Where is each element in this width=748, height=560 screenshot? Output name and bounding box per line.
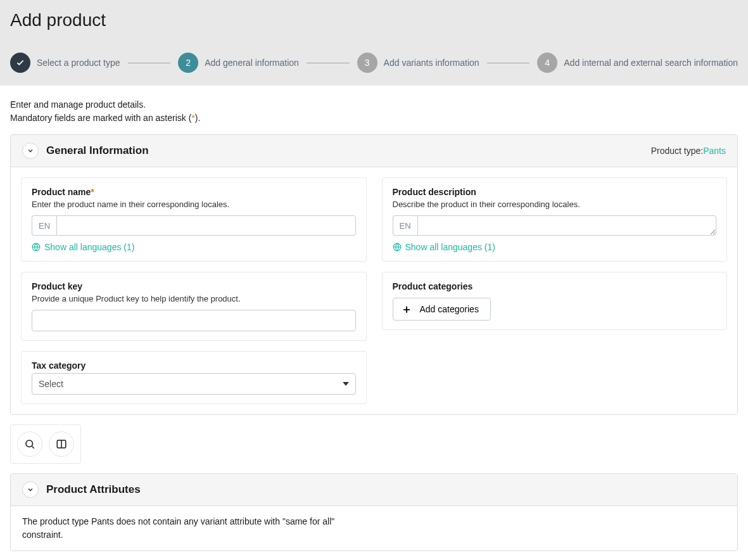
product-type-link[interactable]: Pants bbox=[703, 146, 726, 156]
product-key-card: Product key Provide a unique Product key… bbox=[21, 272, 367, 341]
product-key-label: Product key bbox=[32, 281, 356, 291]
product-description-locale: EN bbox=[393, 215, 417, 236]
step-3-label: Add variants information bbox=[384, 58, 479, 68]
step-1-label: Select a product type bbox=[37, 58, 120, 68]
chevron-down-icon bbox=[27, 147, 34, 155]
caret-down-icon bbox=[343, 382, 349, 386]
step-4[interactable]: 4 Add internal and external search infor… bbox=[537, 53, 738, 73]
product-name-hint: Enter the product name in their correspo… bbox=[32, 200, 356, 209]
plus-icon: ＋ bbox=[401, 303, 412, 315]
product-name-show-languages[interactable]: Show all languages (1) bbox=[32, 242, 356, 252]
product-name-input[interactable] bbox=[56, 215, 355, 236]
columns-icon bbox=[56, 438, 67, 450]
product-categories-card: Product categories ＋ Add categories bbox=[382, 272, 728, 330]
product-attributes-panel: Product Attributes The product type Pant… bbox=[10, 473, 738, 551]
step-1[interactable]: Select a product type bbox=[10, 53, 120, 73]
check-icon bbox=[16, 58, 25, 67]
product-description-show-languages[interactable]: Show all languages (1) bbox=[393, 242, 717, 252]
columns-button[interactable] bbox=[49, 431, 74, 457]
step-2[interactable]: 2 Add general information bbox=[178, 53, 299, 73]
tax-category-select[interactable]: Select bbox=[32, 373, 356, 395]
product-description-input[interactable] bbox=[417, 215, 716, 236]
search-icon bbox=[24, 438, 35, 450]
product-categories-label: Product categories bbox=[393, 281, 717, 291]
step-2-label: Add general information bbox=[205, 58, 299, 68]
globe-icon bbox=[393, 243, 402, 251]
attributes-panel-header: Product Attributes bbox=[11, 474, 737, 506]
step-connector bbox=[307, 63, 350, 63]
attributes-panel-title: Product Attributes bbox=[46, 483, 141, 496]
step-1-circle bbox=[10, 53, 30, 73]
svg-point-4 bbox=[26, 440, 33, 447]
general-panel-title: General Information bbox=[46, 144, 149, 157]
view-toolbar bbox=[10, 424, 81, 464]
product-description-hint: Describe the product in their correspond… bbox=[393, 200, 717, 209]
product-name-card: Product name* Enter the product name in … bbox=[21, 177, 367, 262]
general-information-panel: General Information Product type:Pants P… bbox=[10, 134, 738, 415]
attributes-message: The product type Pants does not contain … bbox=[11, 506, 365, 550]
page-title: Add product bbox=[10, 10, 738, 30]
search-button[interactable] bbox=[17, 431, 42, 457]
product-key-input[interactable] bbox=[32, 310, 356, 331]
globe-icon bbox=[32, 243, 41, 251]
step-connector bbox=[128, 63, 171, 63]
chevron-down-icon bbox=[27, 486, 34, 493]
intro-line1: Enter and manage product details. bbox=[10, 98, 738, 111]
svg-line-5 bbox=[32, 446, 34, 448]
tax-category-label: Tax category bbox=[32, 360, 356, 371]
step-2-circle: 2 bbox=[178, 53, 198, 73]
step-4-label: Add internal and external search informa… bbox=[564, 58, 738, 68]
product-key-hint: Provide a unique Product key to help ide… bbox=[32, 294, 356, 303]
product-name-locale: EN bbox=[32, 215, 56, 236]
product-type-label: Product type: bbox=[651, 146, 704, 156]
collapse-attributes-button[interactable] bbox=[22, 481, 39, 498]
step-connector bbox=[487, 63, 530, 63]
intro-line2: Mandatory fields are marked with an aste… bbox=[10, 111, 738, 125]
general-panel-header: General Information Product type:Pants bbox=[11, 135, 737, 167]
collapse-general-button[interactable] bbox=[22, 143, 39, 159]
required-asterisk-icon: * bbox=[91, 187, 94, 197]
tax-category-card: Tax category Select bbox=[21, 351, 367, 404]
add-categories-button[interactable]: ＋ Add categories bbox=[393, 298, 491, 321]
stepper: Select a product type 2 Add general info… bbox=[10, 53, 738, 73]
step-4-circle: 4 bbox=[537, 53, 557, 73]
step-3-circle: 3 bbox=[357, 53, 377, 73]
product-description-label: Product description bbox=[393, 187, 717, 197]
product-description-card: Product description Describe the product… bbox=[382, 177, 728, 262]
step-3[interactable]: 3 Add variants information bbox=[357, 53, 479, 73]
product-name-label: Product name* bbox=[32, 187, 356, 197]
intro-text: Enter and manage product details. Mandat… bbox=[0, 86, 748, 134]
